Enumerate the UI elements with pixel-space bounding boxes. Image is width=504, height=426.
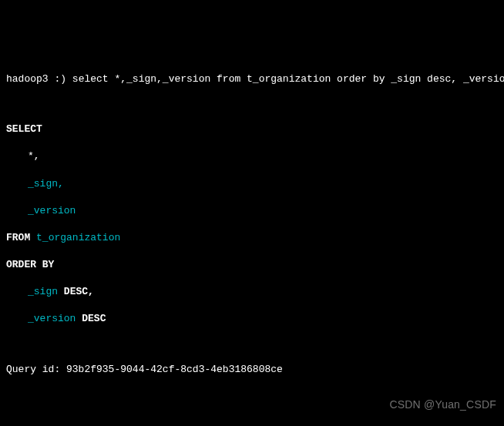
sql-orderby: ORDER BY [6, 258, 498, 272]
shell-prompt: hadoop3 :) [6, 73, 72, 85]
sql-col-version: _version [6, 204, 498, 218]
sql-from: FROM t_organization [6, 231, 498, 245]
sql-col-sign: _sign, [6, 177, 498, 191]
sql-order1: _sign DESC, [6, 285, 498, 299]
query1-raw: select *,_sign,_version from t_organizat… [72, 73, 504, 85]
sql-star: *, [6, 149, 498, 163]
watermark: CSDN @Yuan_CSDF [389, 397, 496, 412]
sql-select: SELECT [6, 122, 498, 136]
query1-id: Query id: 93b2f935-9044-42cf-8cd3-4eb318… [6, 363, 498, 377]
sql-order2: _version DESC [6, 312, 498, 326]
command-line-1[interactable]: hadoop3 :) select *,_sign,_version from … [6, 72, 498, 86]
